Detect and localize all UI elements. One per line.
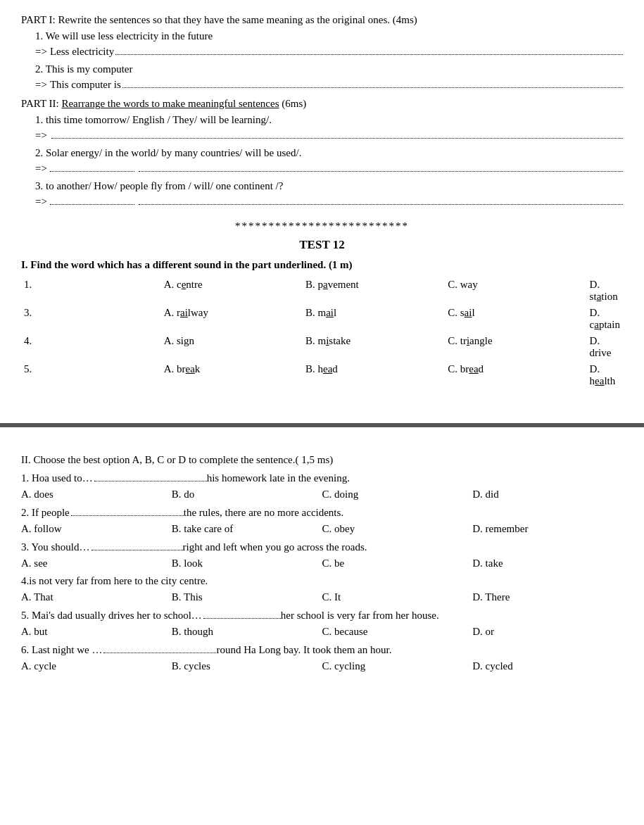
p2q2-dots-short [50, 162, 134, 172]
row5-num: 5. [21, 361, 161, 389]
part2-before: PART II: [21, 98, 61, 109]
row1-D-under: a [597, 291, 602, 302]
row3-C-under: ai [465, 307, 472, 318]
part2-q3-text: 3. to another/ How/ people fly from / wi… [35, 180, 283, 191]
part2-q1-answer: => [35, 129, 623, 141]
q2-text: 2. If people [21, 507, 70, 519]
table-row: 1. A. centre B. pavement C. way D. stati… [21, 277, 623, 305]
q5-optD: D. or [472, 626, 623, 638]
arrow-2: => [35, 79, 47, 91]
part1-q2-answer: => This computer is [35, 78, 623, 91]
q1-fill-line: 1. Hoa used to… his homework late in the… [21, 472, 623, 484]
row4-C-under: i [467, 335, 469, 346]
p2q2-dots-container [50, 162, 623, 172]
q5-optC: C. because [322, 626, 473, 638]
mcq-q1: 1. Hoa used to… his homework late in the… [21, 472, 623, 500]
row3-D: D. captain [587, 305, 623, 333]
q6-optC: C. cycling [322, 660, 473, 672]
q4-optA: A. That [21, 591, 172, 603]
q5-blank [203, 609, 281, 619]
q5-text-after: her school is very far from her house. [281, 610, 439, 622]
row1-A-under: e [182, 279, 187, 290]
part2-title: PART II: Rearrange the words to make mea… [21, 98, 623, 110]
part1-q2: 2. This is my computer [35, 63, 623, 75]
part2-q1-text: 1. this time tomorrow/ English / They/ w… [35, 114, 272, 125]
row5-A: A. break [161, 361, 303, 389]
mcq-q3: 3. You should… right and left when you g… [21, 541, 623, 569]
mcq-q4: 4.is not very far from here to the city … [21, 575, 623, 603]
row4-B: B. mistake [303, 333, 445, 361]
row3-C: C. sail [445, 305, 586, 333]
row3-D-under: a [594, 319, 599, 330]
q3-optB: B. look [172, 558, 322, 569]
row1-A: A. centre [161, 277, 303, 305]
mcq-questions: 1. Hoa used to… his homework late in the… [21, 472, 623, 672]
q6-text-after: round Ha Long bay. It took them an hour. [216, 644, 391, 656]
q4-text: 4.is not very far from here to the city … [21, 575, 208, 587]
q2-fill-line: 2. If people the rules, there are no mor… [21, 506, 623, 519]
q2-dots [122, 78, 623, 88]
q5-optA: A. but [21, 626, 172, 638]
q1-dots [115, 45, 623, 55]
q3-optA: A. see [21, 558, 172, 569]
arrow-p2-3: => [35, 196, 47, 208]
q1-optD: D. did [472, 489, 623, 500]
q1-text: 1. Hoa used to… [21, 472, 93, 484]
q6-optB: B. cycles [172, 660, 322, 672]
q4-options: A. That B. This C. It D. There [21, 591, 623, 603]
part2-q2-answer: => [35, 162, 623, 175]
q2-text-after: the rules, there are no more accidents. [184, 507, 343, 519]
mcq-q2: 2. If people the rules, there are no mor… [21, 506, 623, 535]
row5-C-under: ea [469, 363, 478, 374]
q6-options: A. cycle B. cycles C. cycling D. cycled [21, 660, 623, 672]
part2-after: (6ms) [279, 98, 307, 109]
q1-blank [94, 472, 207, 481]
part2-q2-text: 2. Solar energy/ in the world/ by many c… [35, 147, 301, 158]
row5-B-under: ea [323, 363, 332, 374]
q1-optA: A. does [21, 489, 172, 500]
row4-A: A. sign [161, 333, 303, 361]
q2-optC: C. obey [322, 523, 473, 535]
q3-blank [91, 541, 183, 550]
arrow-1: => [35, 46, 47, 58]
q5-text: 5. Mai's dad usually drives her to schoo… [21, 610, 202, 622]
q2-optB: B. take care of [172, 523, 322, 535]
part1-q1: 1. We will use less electricity in the f… [35, 30, 623, 42]
part2-q1: 1. this time tomorrow/ English / They/ w… [35, 114, 623, 126]
q6-optA: A. cycle [21, 660, 172, 672]
q2-prefix: This computer is [50, 79, 121, 91]
mcq-q5: 5. Mai's dad usually drives her to schoo… [21, 609, 623, 638]
part2-q2: 2. Solar energy/ in the world/ by many c… [35, 147, 623, 159]
q6-fill-line: 6. Last night we … round Ha Long bay. It… [21, 643, 623, 656]
q2-optA: A. follow [21, 523, 172, 535]
row4-B-under: i [326, 335, 329, 346]
q4-fill-line: 4.is not very far from here to the city … [21, 575, 623, 587]
table-row: 3. A. railway B. mail C. sail D. captain [21, 305, 623, 333]
section2-title: II. Choose the best option A, B, C or D … [21, 454, 623, 466]
q6-blank [103, 643, 216, 653]
row5-A-under: ea [186, 363, 195, 374]
part1-q2-text: 2. This is my computer [35, 63, 132, 75]
part1-title-text: PART I: Rewrite the sentences so that th… [21, 14, 417, 25]
row1-B: B. pavement [303, 277, 445, 305]
divider-bar [0, 423, 644, 427]
q2-blank [71, 506, 184, 516]
p2q1-dots [51, 129, 623, 139]
separator: ************************** [21, 220, 623, 232]
row4-num: 4. [21, 333, 161, 361]
arrow-p2-1: => [35, 130, 47, 141]
part1-title: PART I: Rewrite the sentences so that th… [21, 14, 623, 26]
q1-options: A. does B. do C. doing D. did [21, 489, 623, 500]
row4-D: D. drive [587, 333, 623, 361]
q6-text: 6. Last night we … [21, 644, 102, 656]
q1-optC: C. doing [322, 489, 473, 500]
q5-options: A. but B. though C. because D. or [21, 626, 623, 638]
q3-optC: C. be [322, 558, 473, 569]
section1-table: 1. A. centre B. pavement C. way D. stati… [21, 277, 623, 389]
q3-optD: D. take [472, 558, 623, 569]
row5-D: D. health [587, 361, 623, 389]
q4-optB: B. This [172, 591, 322, 603]
q1-text-after: his homework late in the evening. [207, 472, 350, 484]
row1-B-under: a [323, 279, 328, 290]
q3-options: A. see B. look C. be D. take [21, 558, 623, 569]
